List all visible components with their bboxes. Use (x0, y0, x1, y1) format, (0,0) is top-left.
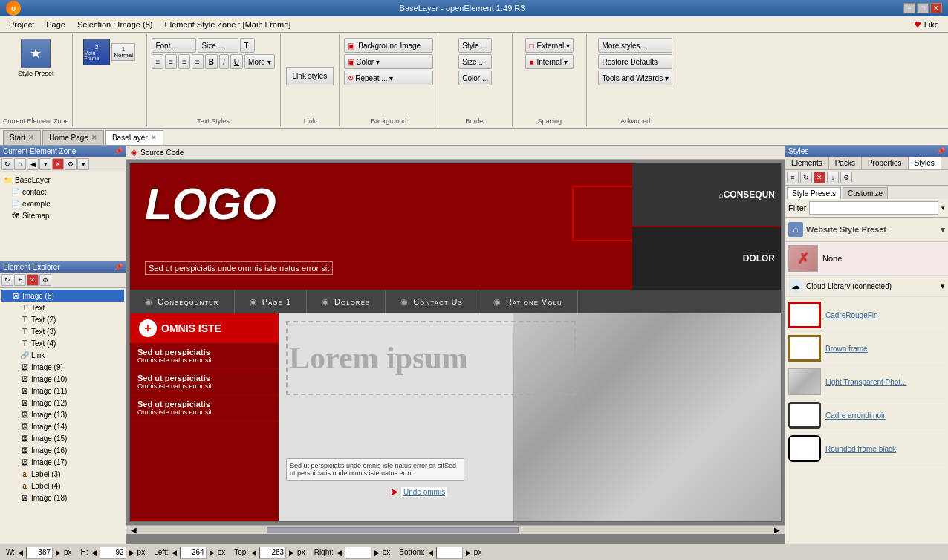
color-ext-button[interactable]: Color ... (458, 71, 492, 85)
elem-refresh-btn[interactable]: ↻ (1, 274, 13, 286)
style-label-rounded-dark[interactable]: Cadre arrondi noir (825, 411, 886, 420)
h-scroll-thumb[interactable] (267, 527, 518, 533)
tab-properties[interactable]: Properties (862, 157, 909, 169)
content-item-3[interactable]: Sed ut perspiciatis Omnis iste natus err… (130, 395, 279, 421)
align-left[interactable]: ≡ (152, 54, 163, 69)
tab-elements[interactable]: Elements (785, 157, 829, 169)
w-input[interactable] (26, 547, 53, 559)
top-input[interactable] (259, 547, 286, 559)
align-justify[interactable]: ≡ (192, 54, 204, 69)
style-item-cadre-rouge[interactable]: CadreRougeFin (787, 299, 947, 332)
internal-button[interactable]: ■ Internal ▾ (525, 54, 574, 69)
more-styles-button[interactable]: More styles... (598, 38, 672, 53)
style-ext-button[interactable]: Style ... (458, 38, 492, 53)
size-ext-button[interactable]: Size ... (458, 54, 492, 69)
right-input[interactable] (345, 547, 371, 559)
menu-element-style[interactable]: Element Style Zone : [Main Frame] (158, 19, 296, 30)
style-preset-icon[interactable]: ★ (21, 39, 51, 68)
styles-pin-icon[interactable]: 📌 (936, 147, 945, 155)
menu-selection[interactable]: Selection : Image (8) (71, 19, 159, 30)
right-right-arrow[interactable]: ▶ (374, 549, 380, 556)
bottom-input[interactable] (436, 547, 463, 559)
style-label-photo[interactable]: Light Transparent Phot... (825, 378, 907, 386)
italic-button[interactable]: I (219, 54, 229, 69)
tab-styles[interactable]: Styles (909, 157, 941, 169)
tree-elem-text3[interactable]: T Text (3) (1, 325, 124, 337)
format-icon[interactable]: T (240, 38, 255, 53)
size-button[interactable]: Size ... (198, 38, 238, 53)
tree-item-contact[interactable]: 📄 contact (1, 186, 124, 198)
w-left-arrow[interactable]: ◀ (18, 549, 23, 556)
left-right-arrow[interactable]: ▶ (210, 549, 215, 556)
scroll-left[interactable]: ◀ (126, 526, 141, 534)
tools-wizards-button[interactable]: Tools and Wizards ▾ (598, 71, 672, 85)
bold-button[interactable]: B (205, 54, 218, 69)
w-right-arrow[interactable]: ▶ (56, 549, 61, 556)
tree-item-sitemap[interactable]: 🗺 Sitemap (1, 209, 124, 221)
repeat-button[interactable]: ↻ Repeat ... ▾ (344, 71, 433, 85)
style-item-cadre-arrondi[interactable]: Cadre arrondi noir (787, 399, 947, 432)
tab-baselayer[interactable]: BaseLayer ✕ (105, 130, 163, 145)
tab-start[interactable]: Start ✕ (3, 130, 41, 145)
down-btn[interactable]: ▾ (39, 158, 51, 170)
tree-item-baselayer[interactable]: 📁 BaseLayer (1, 174, 124, 186)
main-frame-button[interactable]: 2 Main Frame (83, 39, 110, 65)
maximize-button[interactable]: □ (917, 3, 929, 13)
top-right-arrow[interactable]: ▶ (289, 549, 294, 556)
subtab-customize[interactable]: Customize (843, 187, 888, 199)
refresh-btn[interactable]: ↻ (1, 158, 13, 170)
close-button[interactable]: ✕ (930, 3, 942, 13)
tree-elem-link[interactable]: 🔗 Link (1, 349, 124, 361)
back-btn[interactable]: ◀ (27, 158, 39, 170)
none-item[interactable]: ✗ None (785, 242, 948, 276)
home-btn[interactable]: ⌂ (14, 158, 26, 170)
left-input[interactable] (180, 547, 207, 559)
menu-page[interactable]: Page (40, 19, 71, 30)
top-left-arrow[interactable]: ◀ (251, 549, 256, 556)
like-label[interactable]: Like (924, 20, 939, 29)
link-styles-button[interactable]: Link styles (286, 67, 334, 85)
style-label-cadre-rouge[interactable]: CadreRougeFin (825, 311, 878, 319)
h-left-arrow[interactable]: ◀ (91, 549, 97, 556)
subtab-style-presets[interactable]: Style Presets (787, 187, 841, 199)
styles-settings-btn[interactable]: ⚙ (840, 172, 852, 183)
tree-elem-image18[interactable]: 🖼 Image (18) (1, 492, 124, 504)
tree-elem-label3[interactable]: a Label (3) (1, 468, 124, 480)
cloud-expand-icon[interactable]: ▾ (941, 281, 945, 291)
tree-elem-text4[interactable]: T Text (4) (1, 337, 124, 349)
h-scrollbar[interactable]: ◀ ▶ (126, 525, 785, 534)
color-button[interactable]: ▣ Color ▾ (344, 54, 433, 69)
tree-elem-image11[interactable]: 🖼 Image (11) (1, 385, 124, 397)
elem-delete-btn[interactable]: ✕ (27, 274, 39, 286)
nav-item-ratione[interactable]: ◉Ratione Volu (478, 290, 578, 313)
content-item-1[interactable]: Sed ut perspiciatis Omnis iste natus err… (130, 343, 279, 369)
tree-elem-image17[interactable]: 🖼 Image (17) (1, 456, 124, 468)
preset-expand-icon[interactable]: ▾ (941, 225, 945, 235)
lorem-link[interactable]: ➤ Unde ommis (390, 486, 447, 498)
restore-defaults-button[interactable]: Restore Defaults (598, 54, 672, 69)
bottom-right-arrow[interactable]: ▶ (466, 549, 471, 556)
h-input[interactable] (100, 547, 126, 559)
nav-item-dolores[interactable]: ◉Dolores (307, 290, 386, 313)
styles-download-btn[interactable]: ↓ (827, 172, 839, 183)
tree-elem-text2[interactable]: T Text (2) (1, 313, 124, 325)
panel-pin-icon[interactable]: 📌 (114, 147, 123, 155)
tree-elem-image14[interactable]: 🖼 Image (14) (1, 420, 124, 432)
content-item-2[interactable]: Sed ut perspiciatis Omnis iste natus err… (130, 369, 279, 395)
style-item-brown-frame[interactable]: Brown frame (787, 332, 947, 365)
style-label-brown[interactable]: Brown frame (825, 345, 868, 353)
delete-btn[interactable]: ✕ (52, 158, 64, 170)
left-left-arrow[interactable]: ◀ (172, 549, 177, 556)
tab-close-home[interactable]: ✕ (91, 134, 97, 141)
elem-settings-btn[interactable]: ⚙ (39, 274, 51, 286)
more-btn[interactable]: ▾ (77, 158, 89, 170)
filter-input[interactable] (809, 201, 938, 215)
tree-elem-text1[interactable]: T Text (1, 302, 124, 313)
h-right-arrow[interactable]: ▶ (129, 549, 134, 556)
tree-item-example[interactable]: 📄 example (1, 198, 124, 209)
font-button[interactable]: Font ... (152, 38, 196, 53)
tree-elem-image9[interactable]: 🖼 Image (9) (1, 361, 124, 373)
settings-btn[interactable]: ⚙ (65, 158, 77, 170)
tree-elem-label4[interactable]: a Label (4) (1, 480, 124, 492)
canvas-area[interactable]: ◈ Source Code LOGO Sed ut perspiciatis u… (126, 146, 785, 544)
